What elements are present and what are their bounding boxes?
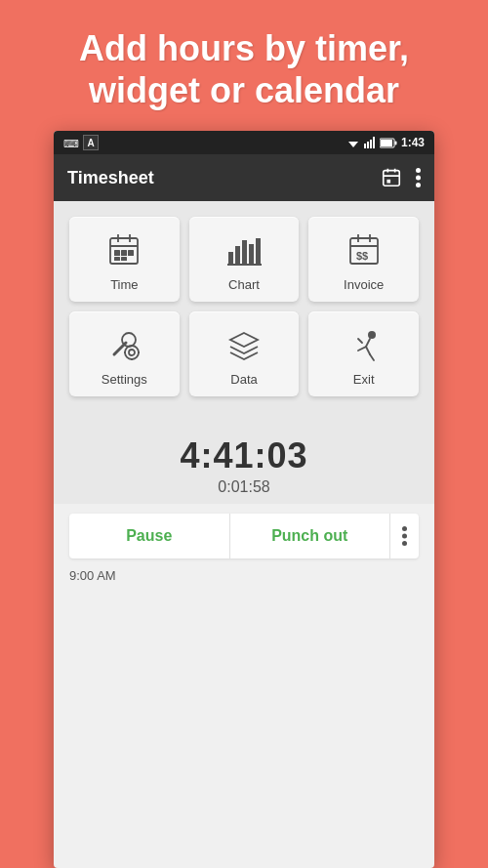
a-icon: A	[83, 135, 99, 150]
svg-rect-7	[381, 140, 392, 146]
exit-icon	[345, 325, 384, 364]
time-button[interactable]: Time	[69, 217, 180, 302]
status-time: 1:43	[401, 136, 425, 149]
svg-rect-2	[367, 142, 369, 148]
data-label: Data	[230, 372, 257, 387]
svg-point-14	[416, 176, 421, 181]
time-label: Time	[110, 277, 138, 292]
svg-rect-3	[370, 140, 372, 148]
svg-rect-6	[394, 141, 396, 145]
svg-point-37	[125, 346, 139, 359]
data-button[interactable]: Data	[189, 311, 300, 396]
svg-point-13	[416, 168, 421, 173]
svg-rect-22	[128, 250, 134, 256]
phone-frame: ⌨ A 1:43 Timesheet	[54, 131, 434, 868]
invoice-icon: $$	[345, 230, 384, 269]
svg-rect-4	[373, 137, 375, 148]
svg-marker-0	[348, 142, 358, 147]
app-bar: Timesheet	[54, 154, 434, 201]
signal-icon	[364, 137, 376, 148]
app-title: Timesheet	[67, 168, 154, 188]
svg-point-38	[129, 350, 135, 355]
pause-button[interactable]: Pause	[69, 514, 230, 558]
status-bar: ⌨ A 1:43	[54, 131, 434, 154]
svg-rect-26	[235, 246, 240, 264]
svg-rect-25	[228, 252, 233, 264]
svg-text:$$: $$	[356, 250, 368, 262]
timer-sub: 0:01:58	[54, 478, 434, 496]
more-vertical-icon	[416, 168, 421, 187]
svg-rect-23	[114, 257, 120, 261]
more-icon-btn[interactable]	[416, 168, 421, 187]
timer-section: 4:41:03 0:01:58	[54, 422, 434, 504]
svg-rect-8	[384, 171, 400, 186]
svg-point-15	[416, 183, 421, 187]
svg-rect-24	[121, 257, 127, 261]
header-line1: Add hours by timer,	[79, 28, 409, 68]
start-time: 9:00 AM	[69, 568, 116, 583]
action-more-button[interactable]	[389, 514, 419, 558]
svg-point-46	[402, 541, 407, 546]
svg-point-44	[402, 526, 407, 531]
status-right: 1:43	[346, 136, 425, 149]
calendar-icon-btn[interactable]	[381, 167, 402, 188]
battery-icon	[380, 138, 397, 148]
calendar-icon	[381, 167, 402, 188]
svg-point-36	[122, 333, 136, 347]
svg-rect-20	[114, 250, 120, 256]
grid-row-2: Settings Data	[69, 311, 419, 396]
svg-rect-1	[364, 144, 366, 148]
time-icon	[104, 230, 143, 269]
settings-label: Settings	[102, 372, 147, 387]
punchout-button[interactable]: Punch out	[230, 514, 390, 558]
invoice-button[interactable]: $$ Invoice	[308, 217, 419, 302]
settings-button[interactable]: Settings	[69, 311, 180, 396]
wifi-icon	[346, 137, 360, 148]
data-icon	[224, 325, 264, 364]
header-line2: widget or calendar	[89, 70, 399, 110]
app-bar-icons	[381, 167, 421, 188]
header-text: Add hours by timer, widget or calendar	[50, 0, 438, 131]
exit-label: Exit	[353, 372, 375, 387]
more-dots-icon	[402, 526, 407, 546]
svg-rect-29	[256, 238, 261, 264]
exit-button[interactable]: Exit	[308, 311, 419, 396]
chart-icon	[224, 230, 264, 269]
chart-button[interactable]: Chart	[189, 217, 300, 302]
svg-point-43	[368, 331, 376, 339]
timer-main: 4:41:03	[54, 435, 434, 476]
svg-rect-27	[242, 240, 247, 264]
svg-rect-21	[121, 250, 127, 256]
grid-row-1: Time Chart	[69, 217, 419, 302]
main-content: Time Chart	[54, 201, 434, 422]
svg-rect-12	[386, 180, 390, 184]
svg-point-45	[402, 534, 407, 539]
invoice-label: Invoice	[344, 277, 384, 292]
settings-icon	[104, 325, 143, 364]
keyboard-icon: ⌨	[63, 138, 79, 147]
time-entry: 9:00 AM	[54, 558, 434, 597]
svg-rect-28	[249, 244, 254, 264]
action-bar: Pause Punch out	[69, 514, 419, 558]
status-left: ⌨ A	[63, 135, 99, 150]
chart-label: Chart	[228, 277, 260, 292]
